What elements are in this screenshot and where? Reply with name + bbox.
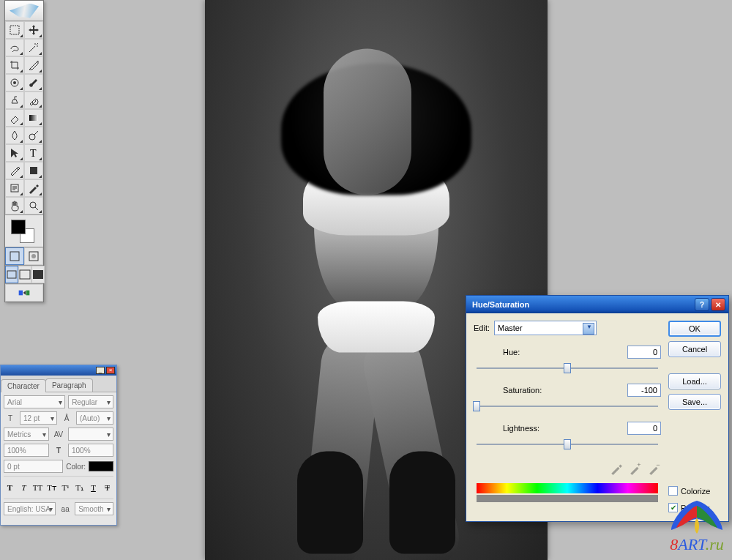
dialog-titlebar[interactable]: Hue/Saturation ? ✕ (466, 296, 728, 313)
spot-heal-tool[interactable] (5, 74, 24, 92)
font-family-select[interactable]: Arial (4, 395, 65, 408)
lasso-tool[interactable] (5, 39, 24, 56)
quickmask-mode-button[interactable] (24, 247, 43, 265)
text-color-well[interactable] (89, 461, 113, 471)
type-tool[interactable]: T (24, 144, 43, 162)
baseline-field[interactable]: 0 pt (4, 460, 63, 473)
marquee-rect-tool[interactable] (5, 21, 24, 39)
hue-slider[interactable] (477, 362, 658, 375)
smallcaps-button[interactable]: Tᴛ (45, 481, 58, 494)
faux-bold-button[interactable]: T (4, 481, 16, 494)
faux-italic-button[interactable]: T (18, 481, 30, 494)
allcaps-button[interactable]: TT (31, 481, 44, 494)
hscale-icon: T (52, 444, 65, 457)
tracking-field[interactable] (68, 428, 113, 441)
leading-icon: Å (60, 411, 73, 425)
color-swatches[interactable] (5, 214, 43, 247)
screenmode-standard-button[interactable] (5, 266, 18, 283)
hscale-field[interactable]: 100% (68, 444, 113, 457)
pen-tool[interactable] (5, 162, 24, 179)
watermark-text-2: ART (678, 535, 705, 553)
notes-tool[interactable] (5, 179, 24, 197)
strike-button[interactable]: T (101, 481, 113, 494)
tools-palette: T (4, 0, 44, 302)
saturation-input[interactable] (627, 384, 661, 397)
fg-color-swatch[interactable] (11, 220, 26, 234)
path-select-tool[interactable] (5, 144, 24, 162)
brush-tool[interactable] (24, 74, 43, 92)
subscript-button[interactable]: T₁ (73, 481, 86, 494)
screenmode-full-menus-button[interactable] (18, 266, 31, 283)
lightness-input[interactable] (627, 422, 661, 435)
hue-saturation-dialog: Hue/Saturation ? ✕ Edit: Master Hue: (466, 295, 729, 522)
hue-input[interactable] (627, 346, 661, 359)
svg-rect-13 (20, 270, 30, 279)
hand-tool[interactable] (5, 197, 24, 214)
edit-label: Edit: (474, 324, 490, 332)
cancel-button[interactable]: Cancel (668, 341, 721, 357)
spectrum-strip-bottom (477, 495, 658, 502)
language-select[interactable]: English: USA (4, 502, 56, 515)
slice-tool[interactable] (24, 56, 43, 74)
eyedropper-plus-icon[interactable]: + (629, 462, 642, 475)
antialias-select[interactable]: Smooth (75, 502, 113, 515)
colorize-checkbox[interactable] (668, 486, 678, 496)
colorize-label: Colorize (681, 487, 710, 496)
font-size-field[interactable]: 12 pt (20, 411, 57, 425)
aa-icon: aa (59, 502, 72, 515)
history-brush-tool[interactable] (24, 92, 43, 109)
standard-mode-button[interactable] (5, 247, 24, 265)
superscript-button[interactable]: T¹ (59, 481, 72, 494)
magic-wand-tool[interactable] (24, 39, 43, 56)
svg-point-4 (29, 134, 35, 140)
clone-stamp-tool[interactable] (5, 92, 24, 109)
save-button[interactable]: Save... (668, 394, 721, 410)
svg-text:T: T (30, 148, 37, 159)
saturation-label: Saturation: (503, 386, 569, 395)
lightness-label: Lightness: (503, 424, 569, 433)
zoom-tool[interactable] (24, 197, 43, 214)
watermark-text-1: 8 (670, 535, 678, 553)
close-button[interactable]: × (106, 367, 115, 374)
load-button[interactable]: Load... (668, 373, 721, 389)
lightness-slider[interactable] (477, 438, 658, 451)
eyedropper-minus-icon[interactable]: − (648, 462, 661, 475)
kerning-field[interactable]: Metrics (4, 428, 49, 441)
svg-rect-14 (33, 270, 43, 279)
underline-button[interactable]: T (87, 481, 100, 494)
svg-text:−: − (656, 462, 660, 468)
screenmode-full-button[interactable] (31, 266, 45, 283)
type-style-buttons: T T TT Tᴛ T¹ T₁ T T (4, 481, 113, 494)
leading-field[interactable]: (Auto) (76, 411, 113, 425)
dodge-tool[interactable] (24, 127, 43, 144)
watermark-text-3: .ru (706, 535, 724, 553)
ok-button[interactable]: OK (668, 321, 721, 337)
eyedropper-tool[interactable] (24, 179, 43, 197)
eraser-tool[interactable] (5, 109, 24, 127)
svg-rect-12 (7, 271, 16, 278)
saturation-slider[interactable] (477, 400, 658, 413)
eyedropper-icon[interactable] (610, 462, 623, 475)
dialog-close-button[interactable]: ✕ (711, 298, 725, 311)
hue-label: Hue: (503, 348, 569, 356)
tab-paragraph[interactable]: Paragraph (45, 378, 93, 392)
shape-tool[interactable] (24, 162, 43, 179)
svg-point-2 (13, 81, 16, 84)
minimize-button[interactable]: _ (96, 367, 105, 374)
blur-tool[interactable] (5, 127, 24, 144)
svg-point-11 (31, 254, 36, 258)
tab-character[interactable]: Character (1, 379, 46, 392)
app-feather-icon (10, 4, 39, 18)
tools-header[interactable] (5, 1, 43, 21)
gradient-tool[interactable] (24, 109, 43, 127)
vscale-field[interactable]: 100% (4, 444, 49, 457)
jump-imageready-button[interactable] (5, 284, 43, 302)
font-style-select[interactable]: Regular (68, 395, 113, 408)
help-button[interactable]: ? (695, 298, 709, 311)
watermark-bird-icon (668, 497, 726, 534)
character-titlebar[interactable]: _ × (1, 365, 116, 376)
edit-channel-select[interactable]: Master (494, 321, 597, 335)
svg-rect-16 (26, 291, 30, 296)
crop-tool[interactable] (5, 56, 24, 74)
move-tool[interactable] (24, 21, 43, 39)
